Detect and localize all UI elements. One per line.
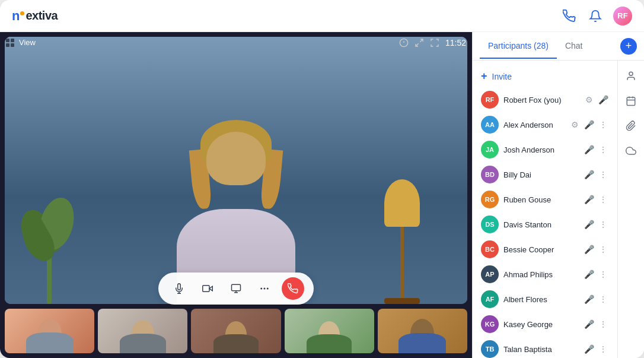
participant-name: Billy Dai [503,170,578,179]
more-icon[interactable]: ⋮ [597,119,609,131]
camera-button[interactable] [196,277,219,300]
grid-view-icon [6,39,14,47]
call-timer: 11:52 [445,38,466,47]
more-icon[interactable]: ⋮ [597,144,609,156]
mic-icon[interactable]: 🎤 [583,318,595,330]
sidebar-tabs: Participants (28) Chat + [473,32,644,61]
view-label[interactable]: View [19,38,36,47]
screen-share-button[interactable] [225,277,247,300]
end-call-button[interactable] [282,277,304,300]
video-area: View 11:52 [0,32,472,358]
main-content: View 11:52 [0,32,644,358]
mic-muted-icon[interactable]: 🎤 [583,194,595,205]
more-icon[interactable]: ⋮ [597,194,609,205]
participant-row[interactable]: TB Talan Baptista 🎤 ⋮ [473,337,617,358]
main-video-feed [5,37,467,304]
app-container: n extiva RF [0,0,644,358]
participant-row[interactable]: AF Albert Flores 🎤 ⋮ [473,287,617,312]
more-icon[interactable]: ⋮ [597,268,609,280]
participant-actions: 🎤 ⋮ [583,268,609,280]
participant-row[interactable]: AP Ahmad Philips 🎤 ⋮ [473,262,617,287]
svg-point-8 [264,288,266,290]
paperclip-icon-button[interactable] [623,118,639,134]
add-participant-button[interactable]: + [620,38,637,55]
gear-icon[interactable]: ⚙ [583,94,595,106]
cloud-icon-button[interactable] [623,142,639,159]
mic-icon[interactable]: 🎤 [583,268,595,280]
more-icon[interactable]: ⋮ [597,318,609,330]
invite-plus-icon: + [481,70,487,83]
mic-icon[interactable]: 🎤 [583,169,595,180]
lamp-decoration [384,179,420,304]
participant-actions: 🎤 ⋮ [583,144,609,156]
participant-name: Ruben Gouse [503,195,578,204]
mic-icon[interactable]: 🎤 [583,243,595,255]
sidebar-body: + Invite RF Robert Fox (you) ⚙ 🎤 AA [473,61,644,358]
thumbnail-5[interactable] [378,309,467,353]
notification-icon[interactable] [587,8,604,24]
avatar: RG [481,191,499,208]
more-options-button[interactable] [253,277,276,300]
more-icon[interactable]: ⋮ [597,293,609,305]
logo-dot [20,11,24,15]
mic-icon[interactable]: 🎤 [583,293,595,305]
tab-chat[interactable]: Chat [557,34,591,59]
main-video-background [5,37,467,304]
more-icon[interactable]: ⋮ [597,243,609,255]
participant-row[interactable]: BD Billy Dai 🎤 ⋮ [473,162,617,187]
participant-name: Ahmad Philips [503,270,578,279]
participant-row[interactable]: RF Robert Fox (you) ⚙ 🎤 [473,87,617,112]
invite-row[interactable]: + Invite [473,65,617,87]
svg-point-7 [260,288,262,290]
mic-icon[interactable]: 🎤 [597,94,609,106]
participant-actions: 🎤 ⋮ [583,194,609,205]
participant-row[interactable]: RG Ruben Gouse 🎤 ⋮ [473,187,617,212]
fullscreen-icon[interactable] [430,38,439,47]
participant-name: Kasey George [503,320,578,329]
participant-actions: 🎤 ⋮ [583,218,609,230]
participant-row[interactable]: AA Alex Anderson ⚙ 🎤 ⋮ [473,112,617,137]
svg-rect-5 [203,286,209,292]
mute-button[interactable] [168,277,190,300]
more-icon[interactable]: ⋮ [597,343,609,355]
person-icon-button[interactable] [623,68,639,84]
avatar: KG [481,315,499,333]
svg-point-9 [267,288,269,290]
participant-row[interactable]: BC Bessie Cooper 🎤 ⋮ [473,237,617,262]
gear-icon[interactable]: ⚙ [569,119,581,131]
avatar: AF [481,290,499,308]
thumbnail-2[interactable] [98,309,187,353]
expand-icon[interactable] [415,38,424,47]
mic-icon[interactable]: 🎤 [583,119,595,131]
participant-actions: 🎤 ⋮ [583,169,609,180]
sidebar-right-icons [617,61,644,358]
controls-bar [158,273,314,305]
more-icon[interactable]: ⋮ [597,218,609,230]
calendar-icon-button[interactable] [623,93,639,109]
avatar: RF [481,91,499,109]
tab-participants[interactable]: Participants (28) [480,34,557,59]
avatar: JA [481,141,499,159]
phone-icon[interactable] [561,8,578,24]
mic-icon[interactable]: 🎤 [583,343,595,355]
participant-row[interactable]: JA Josh Anderson 🎤 ⋮ [473,137,617,162]
mic-icon[interactable]: 🎤 [583,144,595,156]
participant-name: Bessie Cooper [503,245,578,254]
avatar: AP [481,265,499,283]
participant-row[interactable]: DS Davis Stanton 🎤 ⋮ [473,212,617,237]
participant-row[interactable]: KG Kasey George 🎤 ⋮ [473,312,617,337]
thumbnail-1[interactable] [5,309,94,353]
participant-name: Talan Baptista [503,345,578,354]
user-avatar-header[interactable]: RF [613,7,632,26]
participant-name: Robert Fox (you) [503,96,578,104]
participant-actions: 🎤 ⋮ [583,318,609,330]
participant-actions: 🎤 ⋮ [583,343,609,355]
avatar: BC [481,240,499,258]
more-icon[interactable]: ⋮ [597,169,609,180]
mic-icon[interactable]: 🎤 [583,218,595,230]
thumbnail-3[interactable] [191,309,280,353]
svg-line-3 [420,39,423,42]
svg-rect-11 [627,97,635,106]
thumbnail-4[interactable] [285,309,374,353]
avatar: DS [481,216,499,233]
